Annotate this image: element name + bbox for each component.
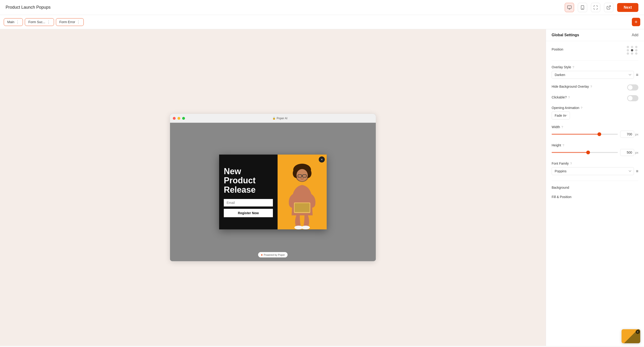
popup-right-panel	[278, 154, 327, 230]
height-slider-thumb[interactable]	[586, 150, 590, 154]
height-slider-row: px	[552, 149, 638, 156]
height-input-box: px	[620, 149, 638, 156]
tab-main-label: Main	[7, 20, 14, 24]
svg-point-2	[582, 8, 583, 9]
pos-bl[interactable]	[627, 52, 629, 55]
width-help[interactable]: ?	[562, 125, 563, 129]
width-label: Width ?	[552, 125, 638, 129]
expand-btn[interactable]	[591, 3, 600, 12]
popup-title: New Product Release	[224, 167, 273, 194]
font-family-menu-icon[interactable]: ≡	[636, 169, 638, 174]
browser-url-bar: 🔒 Poper AI	[187, 117, 373, 120]
tab-bar: Main ⋮ Form Suc... ⋮ Form Error ⋮ +	[0, 15, 644, 29]
next-button[interactable]: Next	[617, 3, 638, 12]
tab-main[interactable]: Main ⋮	[4, 18, 23, 26]
pos-br[interactable]	[635, 52, 638, 55]
clickable-label: Clickable? ?	[552, 96, 570, 99]
fill-position-setting: Fill & Position	[552, 195, 638, 199]
font-family-help[interactable]: ?	[570, 162, 572, 165]
background-thumbnail[interactable]: ×	[622, 329, 640, 343]
hide-bg-overlay-setting: Hide Background Overlay ?	[552, 84, 638, 90]
popup-register-btn[interactable]: Register Now	[224, 209, 273, 217]
font-family-select[interactable]: Poppins Inter Roboto Open Sans	[552, 167, 634, 175]
browser-window: 🔒 Poper AI × New Product Release Registe…	[170, 114, 376, 261]
hide-bg-overlay-toggle[interactable]	[627, 84, 638, 90]
height-slider-fill	[552, 152, 588, 153]
add-tab-button[interactable]: +	[632, 18, 640, 26]
bg-thumb-close-btn[interactable]: ×	[636, 330, 640, 334]
popup-left-panel: New Product Release Register Now	[219, 154, 278, 230]
position-label: Position	[552, 48, 563, 51]
overlay-style-menu-icon[interactable]: ≡	[636, 72, 638, 78]
browser-content: × New Product Release Register Now	[170, 123, 376, 261]
pos-tc[interactable]	[631, 46, 633, 48]
person-illustration	[284, 162, 321, 230]
pos-tr[interactable]	[635, 46, 638, 48]
top-bar: Product Launch Popups Next	[0, 0, 644, 15]
opening-animation-label: Opening Animation ?	[552, 106, 638, 110]
overlay-style-select[interactable]: Darken Lighten None Blur	[552, 71, 634, 79]
tab-form-success-label: Form Suc...	[28, 20, 45, 24]
settings-add-btn[interactable]: Add	[632, 33, 638, 37]
width-slider-thumb[interactable]	[598, 132, 601, 136]
close-icon: ×	[321, 158, 323, 161]
pos-mc[interactable]	[631, 49, 633, 52]
position-grid[interactable]	[627, 46, 638, 55]
overlay-style-select-row: Darken Lighten None Blur ≡	[552, 71, 638, 79]
background-setting: Background	[552, 186, 638, 190]
desktop-view-btn[interactable]	[565, 3, 574, 12]
popup-preview[interactable]: × New Product Release Register Now	[219, 154, 327, 230]
position-setting: Position	[552, 46, 638, 55]
settings-body: Position	[546, 41, 644, 209]
tab-form-success[interactable]: Form Suc... ⋮	[25, 18, 54, 26]
pos-mr[interactable]	[635, 49, 638, 52]
height-slider-track[interactable]	[552, 152, 618, 153]
external-link-btn[interactable]	[604, 3, 613, 12]
clickable-toggle[interactable]	[627, 95, 638, 101]
pos-tl[interactable]	[627, 46, 629, 48]
font-family-label: Font Family ?	[552, 162, 638, 165]
overlay-style-help[interactable]: ?	[572, 66, 574, 69]
tab-form-error[interactable]: Form Error ⋮	[56, 18, 84, 26]
browser-dot-yellow	[178, 117, 180, 120]
settings-panel: Global Settings Add Position	[546, 29, 644, 346]
height-help[interactable]: ?	[562, 144, 564, 147]
svg-point-14	[302, 226, 310, 230]
opening-animation-help[interactable]: ?	[581, 106, 582, 110]
opening-animation-select[interactable]: Fade In Slide In Zoom In Bounce	[552, 112, 570, 120]
width-slider-track[interactable]	[552, 134, 618, 135]
svg-rect-0	[568, 6, 572, 8]
browser-dot-red	[173, 117, 176, 120]
browser-url-text: Poper AI	[277, 117, 288, 120]
top-bar-actions: Next	[565, 3, 638, 12]
divider-2	[552, 181, 638, 181]
tab-form-error-label: Form Error	[60, 20, 75, 24]
overlay-style-setting: Overlay Style ? Darken Lighten None Blur…	[552, 65, 638, 79]
settings-header: Global Settings Add	[546, 29, 644, 41]
main-layout: 🔒 Poper AI × New Product Release Registe…	[0, 29, 644, 346]
tab-main-menu[interactable]: ⋮	[16, 20, 20, 24]
pos-ml[interactable]	[627, 49, 629, 52]
tab-form-error-menu[interactable]: ⋮	[76, 20, 80, 24]
height-label: Height ?	[552, 143, 638, 147]
hide-bg-overlay-label: Hide Background Overlay ?	[552, 85, 592, 88]
font-family-setting: Font Family ? Poppins Inter Roboto Open …	[552, 162, 638, 175]
svg-rect-12	[295, 203, 310, 212]
tab-form-success-menu[interactable]: ⋮	[47, 20, 50, 24]
pos-bc[interactable]	[631, 52, 633, 55]
app-title: Product Launch Popups	[6, 5, 50, 10]
width-input[interactable]	[620, 131, 634, 138]
height-input[interactable]	[620, 149, 634, 156]
width-setting: Width ? px	[552, 125, 638, 138]
browser-dot-green	[182, 117, 185, 120]
popup-close-btn[interactable]: ×	[319, 156, 325, 162]
width-slider-fill	[552, 134, 599, 135]
tablet-view-btn[interactable]	[578, 3, 587, 12]
font-family-select-row: Poppins Inter Roboto Open Sans ≡	[552, 167, 638, 175]
clickable-setting: Clickable? ?	[552, 95, 638, 101]
hide-bg-overlay-help[interactable]: ?	[590, 85, 592, 88]
clickable-help[interactable]: ?	[568, 96, 570, 99]
fill-position-label: Fill & Position	[552, 195, 638, 199]
popup-email-input[interactable]	[224, 199, 273, 206]
divider-1	[552, 60, 638, 60]
